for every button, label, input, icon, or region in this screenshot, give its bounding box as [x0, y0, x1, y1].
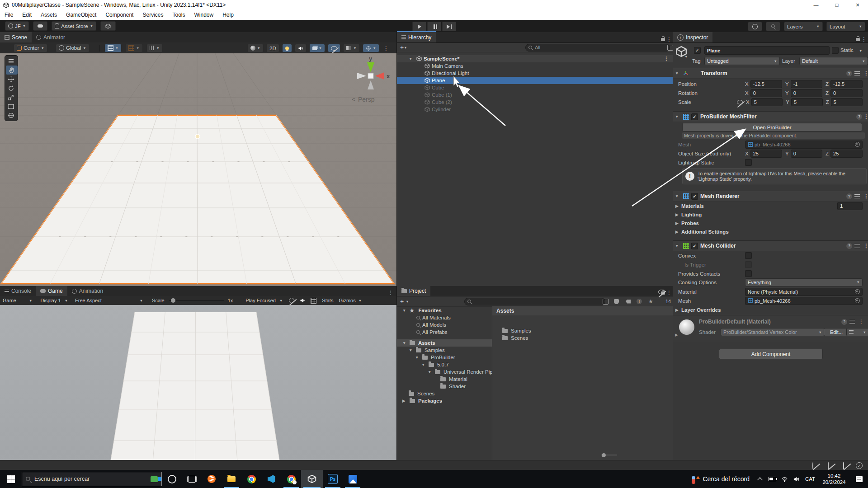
unity-hub-button[interactable] [100, 21, 116, 31]
tool-handle-dropdown[interactable]: Center▼ [14, 44, 47, 52]
rect-tool[interactable] [5, 102, 17, 111]
view-hand-tool[interactable] [6, 66, 18, 75]
pivot-gizmo[interactable] [195, 134, 200, 139]
rotation-z-field[interactable]: 0 [830, 89, 863, 97]
layers-dropdown[interactable]: Layers▼ [784, 22, 823, 31]
shader-dropdown[interactable]: ProBuilder/Standard Vertex Color▼ [721, 328, 825, 336]
mesh-renderer-header[interactable]: ▼ ✓ Mesh Renderer ? ⋮ [673, 191, 868, 202]
asset-folder-samples[interactable]: Samples [502, 327, 684, 334]
tree-shader[interactable]: Shader [440, 383, 466, 390]
maximize-button[interactable]: □ [826, 0, 847, 10]
tray-volume[interactable] [790, 470, 802, 488]
tray-wifi[interactable] [778, 470, 790, 488]
tray-language[interactable]: CAT [802, 470, 818, 488]
tab-game[interactable]: Game [36, 286, 67, 296]
scale-slider[interactable] [169, 300, 224, 301]
open-probuilder-button[interactable]: Open ProBuilder [682, 123, 862, 131]
zoom-slider-handle[interactable] [602, 453, 606, 457]
tree-samples[interactable]: ▼Samples [409, 347, 445, 354]
tag-dropdown[interactable]: Untagged▼ [704, 57, 780, 65]
additional-settings-foldout[interactable]: ▶Additional Settings [675, 228, 863, 235]
convex-checkbox[interactable] [745, 252, 752, 259]
hierarchy-item-cylinder[interactable]: Cylinder [397, 106, 673, 113]
taskbar-xampp[interactable] [202, 470, 222, 488]
presets-icon[interactable] [854, 194, 860, 198]
layout-dropdown[interactable]: Layout▼ [826, 22, 865, 31]
mesh-collider-header[interactable]: ▼ ✓ Mesh Collider ? ⋮ [673, 240, 868, 251]
gizmo-lock-icon[interactable] [382, 60, 386, 63]
snap-settings-dropdown[interactable]: ▼ [146, 44, 163, 52]
filter-by-label-icon[interactable] [626, 300, 631, 304]
play-focused-dropdown[interactable]: Play Focused▼ [243, 298, 285, 303]
tab-console[interactable]: Console [0, 286, 36, 296]
scale-y-field[interactable]: 5 [791, 98, 823, 106]
probuilder-meshfilter-header[interactable]: ▼ ✓ ProBuilder MeshFilter ? ⋮ [673, 111, 868, 122]
move-tool[interactable] [5, 75, 17, 84]
asset-store-dropdown[interactable]: Asset Store▼ [52, 21, 96, 31]
scene-menu-kebab[interactable]: ⋮ [382, 45, 390, 52]
rotate-tool[interactable] [5, 84, 17, 93]
menu-file[interactable]: File [0, 12, 18, 18]
grid-snap-toggle[interactable]: ▼ [104, 44, 122, 52]
materials-count-field[interactable]: 1 [837, 202, 863, 210]
presets-icon[interactable] [849, 320, 855, 324]
size-y-field[interactable]: 0 [791, 150, 822, 158]
asset-folder-scenes[interactable]: Scenes [502, 334, 684, 342]
overlay-menu-button[interactable] [5, 56, 17, 66]
hierarchy-lock-icon[interactable] [661, 38, 665, 41]
material-list-dropdown[interactable]: ▼ [846, 328, 868, 336]
hierarchy-item-cube[interactable]: Cube [397, 84, 673, 91]
start-button[interactable] [0, 470, 22, 488]
taskbar-search-box[interactable]: Escriu aquí per cercar [22, 472, 162, 486]
mesh-collider-checkbox[interactable]: ✓ [691, 243, 698, 249]
snap-increment-toggle[interactable]: ▼ [125, 44, 142, 52]
console-filter-icon[interactable]: ! [637, 299, 642, 304]
mesh-renderer-kebab[interactable]: ⋮ [862, 193, 868, 199]
display-target-dropdown[interactable]: Game▼ [0, 298, 35, 303]
hierarchy-item-main-camera[interactable]: Main Camera [397, 62, 673, 70]
layer-overrides-foldout[interactable]: ▶Layer Overrides [675, 306, 863, 314]
game-gizmos-dropdown[interactable]: Gizmos▼ [336, 298, 364, 303]
active-checkbox[interactable]: ✓ [694, 47, 701, 54]
probuilder-enabled-checkbox[interactable]: ✓ [691, 113, 698, 120]
hierarchy-item-directional-light[interactable]: Directional Light [397, 70, 673, 77]
menu-component[interactable]: Component [101, 12, 138, 18]
menu-help[interactable]: Help [218, 12, 238, 18]
tray-clock[interactable]: 10:42 20/2/2024 [818, 470, 850, 488]
material-sphere-preview[interactable] [679, 319, 694, 335]
probes-foldout[interactable]: ▶Probes [675, 219, 863, 227]
filter-by-type-icon[interactable] [614, 299, 619, 304]
object-picker-icon[interactable] [855, 298, 860, 303]
object-picker-icon[interactable] [855, 142, 860, 147]
rotation-y-field[interactable]: 0 [791, 89, 822, 97]
transform-tool[interactable] [5, 111, 17, 120]
scene-viewport[interactable]: y x < Persp [0, 53, 396, 286]
menu-window[interactable]: Window [189, 12, 218, 18]
stats-toggle[interactable]: Stats [322, 298, 333, 303]
task-view-button[interactable] [182, 470, 202, 488]
project-search-input[interactable] [464, 298, 605, 305]
scale-z-field[interactable]: 5 [831, 98, 863, 106]
tree-packages[interactable]: ▶Packages [402, 397, 442, 404]
lightmap-static-checkbox[interactable] [745, 159, 752, 166]
taskbar-photos[interactable] [343, 470, 363, 488]
position-z-field[interactable]: -12.5 [830, 80, 863, 88]
audio-toggle[interactable] [295, 44, 307, 52]
hierarchy-search-input[interactable]: All [525, 44, 670, 52]
tab-project[interactable]: Project [397, 286, 430, 296]
tree-assets[interactable]: ▼Assets [397, 339, 497, 347]
persp-arrow[interactable]: < [352, 96, 355, 103]
favorites-root[interactable]: ▼★ Favorites [402, 307, 442, 314]
help-icon[interactable]: ? [856, 114, 862, 120]
action-center-button[interactable] [850, 470, 868, 488]
scale-tool[interactable] [5, 93, 17, 102]
game-panel-kebab[interactable]: ⋮ [387, 290, 395, 296]
taskbar-file-explorer[interactable] [222, 470, 241, 488]
tree-urp[interactable]: ▼Universal Render Pip [428, 368, 493, 375]
cortana-button[interactable] [162, 470, 182, 488]
progress-status-icon[interactable]: ✓ [856, 462, 863, 469]
search-button[interactable] [766, 22, 780, 31]
taskbar-unity[interactable] [301, 470, 323, 488]
debugger-status-icon[interactable] [812, 462, 813, 469]
probuilder-kebab[interactable]: ⋮ [862, 113, 868, 120]
